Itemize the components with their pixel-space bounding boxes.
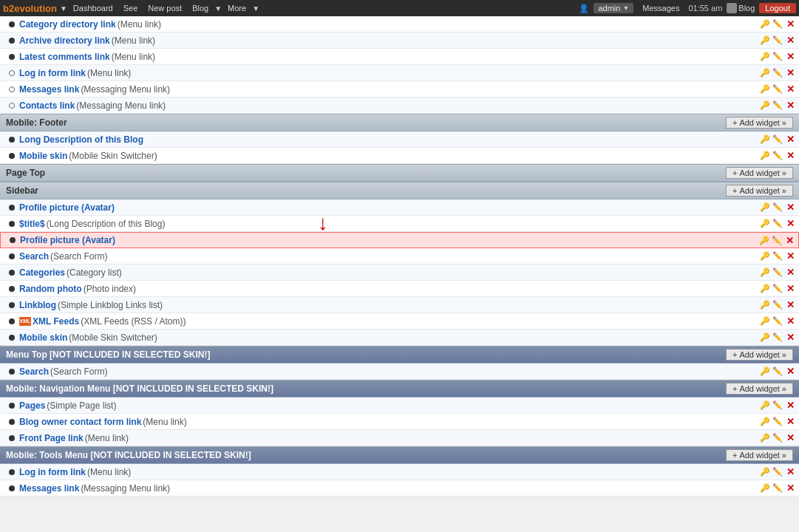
widget-link[interactable]: Messages link	[19, 483, 79, 494]
edit-icon[interactable]: ✏️	[772, 83, 783, 95]
widget-link[interactable]: Category directory link	[19, 19, 116, 30]
edit-icon[interactable]: ✏️	[771, 234, 783, 246]
key-icon[interactable]: 🔑	[759, 51, 771, 63]
add-widget-button[interactable]: + Add widget »	[726, 449, 793, 461]
delete-icon[interactable]: ✕	[784, 100, 796, 112]
delete-icon[interactable]: ✕	[784, 134, 796, 146]
delete-icon[interactable]: ✕	[784, 332, 796, 344]
delete-icon[interactable]: ✕	[784, 299, 796, 311]
widget-link[interactable]: Messages link	[19, 84, 79, 95]
widget-link[interactable]: Long Description of this Blog	[19, 134, 143, 145]
delete-icon[interactable]: ✕	[784, 267, 796, 279]
delete-icon[interactable]: ✕	[784, 416, 796, 428]
widget-link[interactable]: Profile picture (Avatar)	[20, 235, 115, 245]
key-icon[interactable]: 🔑	[759, 202, 771, 214]
edit-icon[interactable]: ✏️	[772, 283, 783, 295]
add-widget-button[interactable]: + Add widget »	[726, 383, 793, 395]
brand-logo[interactable]: b2evolution	[3, 3, 57, 14]
widget-link[interactable]: Front Page link	[19, 433, 84, 443]
key-icon[interactable]: 🔑	[759, 35, 771, 47]
delete-icon[interactable]: ✕	[784, 316, 796, 327]
key-icon[interactable]: 🔑	[759, 466, 771, 478]
key-icon[interactable]: 🔑	[759, 83, 771, 95]
widget-link[interactable]: Latest comments link	[19, 52, 110, 62]
edit-icon[interactable]: ✏️	[772, 100, 783, 112]
widget-link[interactable]: Log in form link	[19, 68, 86, 78]
widget-link[interactable]: Log in form link	[19, 467, 86, 477]
delete-icon[interactable]: ✕	[784, 466, 796, 478]
widget-link[interactable]: Profile picture (Avatar)	[19, 202, 115, 213]
key-icon[interactable]: 🔑	[759, 67, 771, 79]
nav-new-post[interactable]: New post	[143, 2, 186, 14]
widget-link[interactable]: Pages	[19, 400, 45, 411]
delete-icon[interactable]: ✕	[784, 283, 796, 295]
delete-icon[interactable]: ✕	[784, 432, 796, 444]
admin-user[interactable]: admin ▼	[594, 3, 633, 13]
delete-icon[interactable]: ✕	[784, 482, 796, 494]
add-widget-button[interactable]: + Add widget »	[726, 117, 793, 129]
edit-icon[interactable]: ✏️	[772, 202, 783, 214]
messages-link[interactable]: Messages	[638, 2, 684, 14]
widget-link[interactable]: Contacts link	[19, 100, 75, 111]
delete-icon[interactable]: ✕	[784, 400, 796, 412]
key-icon[interactable]: 🔑	[759, 366, 771, 378]
edit-icon[interactable]: ✏️	[772, 299, 783, 311]
delete-icon[interactable]: ✕	[784, 150, 796, 162]
edit-icon[interactable]: ✏️	[772, 18, 783, 30]
delete-icon[interactable]: ✕	[784, 366, 796, 378]
brand-arrow[interactable]: ▼	[60, 4, 67, 13]
edit-icon[interactable]: ✏️	[772, 67, 783, 79]
key-icon[interactable]: 🔑	[759, 299, 771, 311]
edit-icon[interactable]: ✏️	[772, 250, 783, 262]
delete-icon[interactable]: ✕	[784, 51, 796, 63]
edit-icon[interactable]: ✏️	[772, 416, 783, 428]
key-icon[interactable]: 🔑	[759, 250, 771, 262]
key-icon[interactable]: 🔑	[759, 150, 771, 162]
delete-icon[interactable]: ✕	[784, 202, 796, 214]
nav-blog[interactable]: Blog	[188, 2, 213, 14]
key-icon[interactable]: 🔑	[759, 416, 771, 428]
key-icon[interactable]: 🔑	[759, 134, 771, 146]
edit-icon[interactable]: ✏️	[772, 218, 783, 230]
key-icon[interactable]: 🔑	[759, 218, 771, 230]
logout-button[interactable]: Logout	[759, 3, 796, 13]
add-widget-button[interactable]: + Add widget »	[726, 167, 793, 179]
key-icon[interactable]: 🔑	[759, 432, 771, 444]
widget-link[interactable]: Search	[19, 251, 49, 262]
nav-dashboard[interactable]: Dashboard	[69, 2, 118, 14]
key-icon[interactable]: 🔑	[759, 332, 771, 344]
delete-icon[interactable]: ✕	[784, 35, 796, 47]
edit-icon[interactable]: ✏️	[772, 316, 783, 327]
widget-link[interactable]: Search	[19, 366, 49, 377]
edit-icon[interactable]: ✏️	[772, 134, 783, 146]
widget-link[interactable]: $title$	[19, 219, 45, 229]
edit-icon[interactable]: ✏️	[772, 51, 783, 63]
nav-see[interactable]: See	[119, 2, 143, 14]
key-icon[interactable]: 🔑	[759, 482, 771, 494]
delete-icon[interactable]: ✕	[784, 250, 796, 262]
delete-icon[interactable]: ✕	[783, 234, 795, 246]
edit-icon[interactable]: ✏️	[772, 432, 783, 444]
widget-link[interactable]: Mobile skin	[19, 151, 67, 161]
blog-arrow[interactable]: ▼	[214, 4, 222, 13]
key-icon[interactable]: 🔑	[759, 316, 771, 327]
edit-icon[interactable]: ✏️	[772, 400, 783, 412]
widget-link[interactable]: Mobile skin	[19, 332, 67, 343]
more-arrow[interactable]: ▼	[252, 4, 259, 13]
nav-more[interactable]: More	[223, 2, 251, 14]
key-icon[interactable]: 🔑	[759, 100, 771, 112]
delete-icon[interactable]: ✕	[784, 83, 796, 95]
add-widget-button[interactable]: + Add widget »	[726, 185, 793, 197]
edit-icon[interactable]: ✏️	[772, 466, 783, 478]
widget-link[interactable]: Archive directory link	[19, 35, 110, 46]
key-icon[interactable]: 🔑	[759, 283, 771, 295]
edit-icon[interactable]: ✏️	[772, 35, 783, 47]
edit-icon[interactable]: ✏️	[772, 482, 783, 494]
widget-link[interactable]: XML Feeds	[33, 316, 79, 327]
edit-icon[interactable]: ✏️	[772, 332, 783, 344]
key-icon[interactable]: 🔑	[758, 234, 770, 246]
key-icon[interactable]: 🔑	[759, 400, 771, 412]
widget-link[interactable]: Linkblog	[19, 300, 56, 310]
widget-link[interactable]: Blog owner contact form link	[19, 417, 141, 427]
delete-icon[interactable]: ✕	[784, 18, 796, 30]
